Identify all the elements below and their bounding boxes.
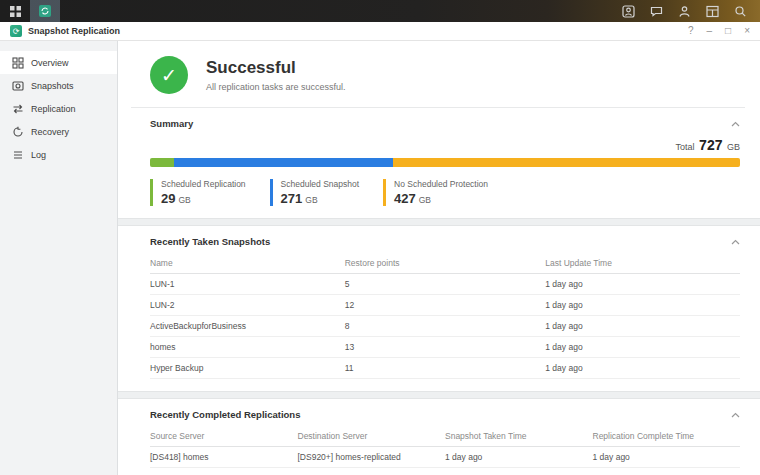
table-row[interactable]: [DS418] homes [DS920+] homes-replicated … <box>150 447 740 468</box>
status-subtitle: All replication tasks are successful. <box>206 82 346 92</box>
table-row[interactable]: Hyper Backup 11 1 day ago <box>150 358 740 379</box>
total-value: 727 <box>699 137 722 153</box>
storage-legend: Scheduled Replication 29GB Scheduled Sna… <box>150 179 740 206</box>
main-menu-button[interactable] <box>0 0 30 22</box>
close-button[interactable]: × <box>744 26 750 36</box>
user-badge-icon <box>622 5 635 18</box>
bar-segment-no-scheduled-protection <box>393 158 740 167</box>
sidebar-item-label: Replication <box>31 104 76 114</box>
cell-source-server: [DS418] homes <box>150 447 298 468</box>
replication-icon <box>12 103 24 115</box>
user-icon <box>678 5 691 18</box>
maximize-button[interactable]: □ <box>725 26 731 36</box>
sidebar-item-label: Log <box>31 150 46 160</box>
snapshot-replication-window-icon: ⟳ <box>10 25 22 37</box>
table-row[interactable]: LUN-2 12 1 day ago <box>150 295 740 316</box>
status-title: Successful <box>206 58 346 78</box>
sidebar-item-snapshots[interactable]: Snapshots <box>0 74 117 97</box>
legend-scheduled-snapshot: Scheduled Snapshot 271GB <box>270 179 359 206</box>
total-unit: GB <box>727 142 740 152</box>
summary-header: Summary <box>150 118 193 129</box>
table-header-row: Source Server Destination Server Snapsho… <box>150 426 740 447</box>
total-storage: Total 727 GB <box>150 137 740 153</box>
search-button[interactable] <box>728 0 752 22</box>
column-header[interactable]: Name <box>150 253 345 274</box>
section-separator <box>118 391 760 399</box>
recovery-icon <box>12 126 24 138</box>
search-icon <box>734 5 747 18</box>
table-row[interactable]: ActiveBackupforBusiness 8 1 day ago <box>150 316 740 337</box>
legend-label: Scheduled Replication <box>161 179 246 189</box>
collapse-snapshots-button[interactable] <box>731 239 740 245</box>
legend-value: 271 <box>281 191 303 206</box>
cell-restore-points: 11 <box>345 358 546 379</box>
main-content: ✓ Successful All replication tasks are s… <box>118 41 760 475</box>
chat-icon <box>650 5 663 18</box>
legend-unit: GB <box>178 195 190 205</box>
legend-scheduled-replication: Scheduled Replication 29GB <box>150 179 246 206</box>
cell-name: ActiveBackupforBusiness <box>150 316 345 337</box>
main-menu-icon <box>9 5 22 18</box>
bar-segment-scheduled-replication <box>150 158 174 167</box>
sidebar-item-replication[interactable]: Replication <box>0 97 117 120</box>
success-icon: ✓ <box>150 56 188 94</box>
window-controls: ? – □ × <box>688 26 750 36</box>
help-button[interactable]: ? <box>688 26 694 36</box>
snapshot-replication-app-icon <box>38 4 52 18</box>
legend-value: 29 <box>161 191 175 206</box>
column-header[interactable]: Replication Complete Time <box>593 426 741 447</box>
legend-label: Scheduled Snapshot <box>281 179 359 189</box>
minimize-button[interactable]: – <box>707 26 713 36</box>
bar-segment-scheduled-snapshot <box>174 158 394 167</box>
cell-restore-points: 13 <box>345 337 546 358</box>
storage-stacked-bar <box>150 158 740 167</box>
chevron-up-icon <box>731 121 740 127</box>
log-icon <box>12 149 24 161</box>
sidebar-item-overview[interactable]: Overview <box>0 51 117 74</box>
sidebar-item-label: Overview <box>31 58 69 68</box>
taskbar-active-app[interactable] <box>30 0 60 22</box>
legend-value: 427 <box>394 191 416 206</box>
cell-replication-complete-time: 1 day ago <box>593 447 741 468</box>
cell-last-update: 1 day ago <box>545 316 740 337</box>
collapse-replications-button[interactable] <box>731 412 740 418</box>
table-row[interactable]: homes 13 1 day ago <box>150 337 740 358</box>
chevron-up-icon <box>731 239 740 245</box>
widgets-icon <box>706 5 719 18</box>
cell-name: LUN-1 <box>150 274 345 295</box>
sidebar-item-log[interactable]: Log <box>0 143 117 166</box>
overview-icon <box>12 57 24 69</box>
cell-restore-points: 8 <box>345 316 546 337</box>
summary-panel: Summary Total 727 GB Scheduled Repl <box>118 108 760 218</box>
collapse-summary-button[interactable] <box>731 121 740 127</box>
replications-table: Source Server Destination Server Snapsho… <box>150 426 740 468</box>
table-row[interactable]: LUN-1 5 1 day ago <box>150 274 740 295</box>
column-header[interactable]: Snapshot Taken Time <box>445 426 593 447</box>
column-header[interactable]: Restore points <box>345 253 546 274</box>
user-account-button[interactable] <box>616 0 640 22</box>
column-header[interactable]: Source Server <box>150 426 298 447</box>
legend-no-scheduled-protection: No Scheduled Protection 427GB <box>383 179 488 206</box>
chat-button[interactable] <box>644 0 668 22</box>
snapshots-icon <box>12 80 24 92</box>
status-section: ✓ Successful All replication tasks are s… <box>118 41 760 107</box>
legend-unit: GB <box>305 195 317 205</box>
table-header-row: Name Restore points Last Update Time <box>150 253 740 274</box>
cell-name: Hyper Backup <box>150 358 345 379</box>
recent-snapshots-panel: Recently Taken Snapshots Name Restore po… <box>118 226 760 391</box>
sidebar: Overview Snapshots Replication Recovery … <box>0 41 118 475</box>
cell-destination-server: [DS920+] homes-replicated <box>298 447 446 468</box>
cell-name: homes <box>150 337 345 358</box>
user-button[interactable] <box>672 0 696 22</box>
cell-last-update: 1 day ago <box>545 358 740 379</box>
snapshots-table: Name Restore points Last Update Time LUN… <box>150 253 740 379</box>
column-header[interactable]: Last Update Time <box>545 253 740 274</box>
sidebar-item-recovery[interactable]: Recovery <box>0 120 117 143</box>
window-title: Snapshot Replication <box>28 26 120 36</box>
window-titlebar: ⟳ Snapshot Replication ? – □ × <box>0 22 760 41</box>
legend-label: No Scheduled Protection <box>394 179 488 189</box>
cell-name: LUN-2 <box>150 295 345 316</box>
taskbar-tray <box>616 0 760 22</box>
widgets-button[interactable] <box>700 0 724 22</box>
column-header[interactable]: Destination Server <box>298 426 446 447</box>
